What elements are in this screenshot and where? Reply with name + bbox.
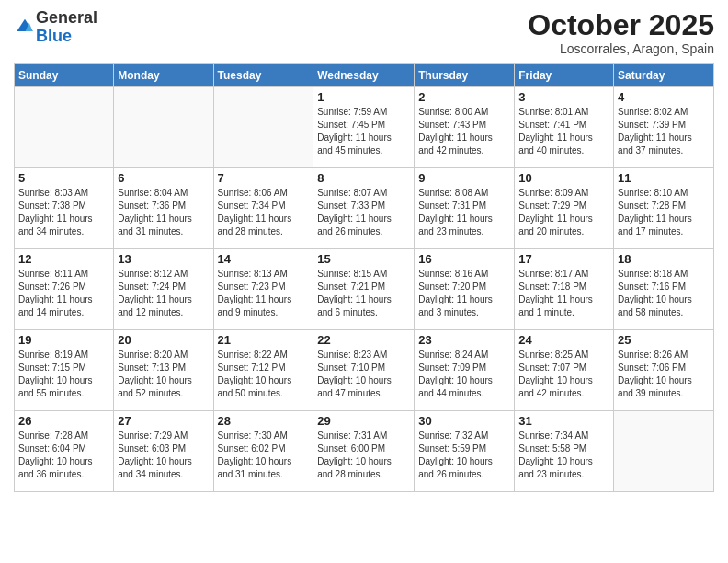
day-number: 28: [218, 414, 310, 428]
day-info: Sunrise: 8:22 AM Sunset: 7:12 PM Dayligh…: [218, 349, 310, 400]
header-monday: Monday: [114, 64, 213, 87]
table-row: 16Sunrise: 8:16 AM Sunset: 7:20 PM Dayli…: [415, 249, 515, 330]
weekday-header-row: Sunday Monday Tuesday Wednesday Thursday…: [15, 64, 714, 87]
table-row: 31Sunrise: 7:34 AM Sunset: 5:58 PM Dayli…: [515, 411, 614, 492]
calendar-week-row: 26Sunrise: 7:28 AM Sunset: 6:04 PM Dayli…: [15, 411, 714, 492]
day-info: Sunrise: 8:24 AM Sunset: 7:09 PM Dayligh…: [418, 349, 510, 400]
day-number: 3: [518, 90, 609, 104]
table-row: 21Sunrise: 8:22 AM Sunset: 7:12 PM Dayli…: [213, 330, 313, 411]
header: General Blue October 2025 Loscorrales, A…: [14, 9, 714, 56]
table-row: 8Sunrise: 8:07 AM Sunset: 7:33 PM Daylig…: [313, 168, 415, 249]
day-info: Sunrise: 8:19 AM Sunset: 7:15 PM Dayligh…: [18, 349, 109, 400]
day-number: 7: [218, 171, 310, 185]
day-number: 27: [118, 414, 209, 428]
table-row: [15, 87, 114, 168]
day-info: Sunrise: 8:03 AM Sunset: 7:38 PM Dayligh…: [18, 187, 109, 238]
table-row: [614, 411, 714, 492]
logo-general-text: General: [36, 8, 97, 27]
table-row: 15Sunrise: 8:15 AM Sunset: 7:21 PM Dayli…: [313, 249, 415, 330]
day-number: 21: [218, 333, 310, 347]
table-row: 19Sunrise: 8:19 AM Sunset: 7:15 PM Dayli…: [15, 330, 114, 411]
day-info: Sunrise: 8:15 AM Sunset: 7:21 PM Dayligh…: [317, 268, 410, 319]
day-info: Sunrise: 7:31 AM Sunset: 6:00 PM Dayligh…: [317, 430, 410, 481]
day-info: Sunrise: 8:06 AM Sunset: 7:34 PM Dayligh…: [218, 187, 310, 238]
table-row: [213, 87, 313, 168]
table-row: 11Sunrise: 8:10 AM Sunset: 7:28 PM Dayli…: [614, 168, 714, 249]
header-saturday: Saturday: [614, 64, 714, 87]
day-number: 23: [418, 333, 510, 347]
day-number: 10: [518, 171, 609, 185]
day-number: 17: [518, 252, 609, 266]
day-info: Sunrise: 8:00 AM Sunset: 7:43 PM Dayligh…: [418, 106, 510, 157]
day-info: Sunrise: 8:20 AM Sunset: 7:13 PM Dayligh…: [118, 349, 209, 400]
day-number: 12: [18, 252, 109, 266]
day-info: Sunrise: 8:18 AM Sunset: 7:16 PM Dayligh…: [618, 268, 710, 319]
table-row: 23Sunrise: 8:24 AM Sunset: 7:09 PM Dayli…: [415, 330, 515, 411]
day-info: Sunrise: 8:16 AM Sunset: 7:20 PM Dayligh…: [418, 268, 510, 319]
day-info: Sunrise: 8:08 AM Sunset: 7:31 PM Dayligh…: [418, 187, 510, 238]
day-number: 15: [317, 252, 410, 266]
day-info: Sunrise: 7:29 AM Sunset: 6:03 PM Dayligh…: [118, 430, 209, 481]
table-row: 12Sunrise: 8:11 AM Sunset: 7:26 PM Dayli…: [15, 249, 114, 330]
day-info: Sunrise: 8:11 AM Sunset: 7:26 PM Dayligh…: [18, 268, 109, 319]
table-row: 22Sunrise: 8:23 AM Sunset: 7:10 PM Dayli…: [313, 330, 415, 411]
day-number: 8: [317, 171, 410, 185]
table-row: 1Sunrise: 7:59 AM Sunset: 7:45 PM Daylig…: [313, 87, 415, 168]
location: Loscorrales, Aragon, Spain: [528, 41, 714, 56]
day-number: 1: [317, 90, 410, 104]
table-row: 14Sunrise: 8:13 AM Sunset: 7:23 PM Dayli…: [213, 249, 313, 330]
day-number: 31: [518, 414, 609, 428]
table-row: 7Sunrise: 8:06 AM Sunset: 7:34 PM Daylig…: [213, 168, 313, 249]
table-row: 5Sunrise: 8:03 AM Sunset: 7:38 PM Daylig…: [15, 168, 114, 249]
calendar-table: Sunday Monday Tuesday Wednesday Thursday…: [14, 63, 714, 492]
header-thursday: Thursday: [415, 64, 515, 87]
table-row: 26Sunrise: 7:28 AM Sunset: 6:04 PM Dayli…: [15, 411, 114, 492]
table-row: 6Sunrise: 8:04 AM Sunset: 7:36 PM Daylig…: [114, 168, 213, 249]
day-info: Sunrise: 7:32 AM Sunset: 5:59 PM Dayligh…: [418, 430, 510, 481]
day-number: 29: [317, 414, 410, 428]
table-row: 30Sunrise: 7:32 AM Sunset: 5:59 PM Dayli…: [415, 411, 515, 492]
page: General Blue October 2025 Loscorrales, A…: [0, 0, 728, 563]
month-title: October 2025: [528, 9, 714, 41]
day-number: 25: [618, 333, 710, 347]
day-info: Sunrise: 8:10 AM Sunset: 7:28 PM Dayligh…: [618, 187, 710, 238]
calendar-week-row: 5Sunrise: 8:03 AM Sunset: 7:38 PM Daylig…: [15, 168, 714, 249]
table-row: 25Sunrise: 8:26 AM Sunset: 7:06 PM Dayli…: [614, 330, 714, 411]
day-info: Sunrise: 8:09 AM Sunset: 7:29 PM Dayligh…: [518, 187, 609, 238]
day-info: Sunrise: 8:26 AM Sunset: 7:06 PM Dayligh…: [618, 349, 710, 400]
table-row: 28Sunrise: 7:30 AM Sunset: 6:02 PM Dayli…: [213, 411, 313, 492]
day-number: 5: [18, 171, 109, 185]
table-row: 2Sunrise: 8:00 AM Sunset: 7:43 PM Daylig…: [415, 87, 515, 168]
day-number: 22: [317, 333, 410, 347]
day-info: Sunrise: 8:07 AM Sunset: 7:33 PM Dayligh…: [317, 187, 410, 238]
day-number: 19: [18, 333, 109, 347]
day-info: Sunrise: 7:28 AM Sunset: 6:04 PM Dayligh…: [18, 430, 109, 481]
table-row: 24Sunrise: 8:25 AM Sunset: 7:07 PM Dayli…: [515, 330, 614, 411]
day-number: 6: [118, 171, 209, 185]
day-info: Sunrise: 8:02 AM Sunset: 7:39 PM Dayligh…: [618, 106, 710, 157]
day-number: 14: [218, 252, 310, 266]
day-number: 24: [518, 333, 609, 347]
header-wednesday: Wednesday: [313, 64, 415, 87]
day-info: Sunrise: 7:34 AM Sunset: 5:58 PM Dayligh…: [518, 430, 609, 481]
logo: General Blue: [14, 9, 97, 46]
table-row: [114, 87, 213, 168]
day-number: 20: [118, 333, 209, 347]
table-row: 4Sunrise: 8:02 AM Sunset: 7:39 PM Daylig…: [614, 87, 714, 168]
day-number: 13: [118, 252, 209, 266]
table-row: 27Sunrise: 7:29 AM Sunset: 6:03 PM Dayli…: [114, 411, 213, 492]
day-info: Sunrise: 7:59 AM Sunset: 7:45 PM Dayligh…: [317, 106, 410, 157]
logo-blue-text: Blue: [36, 27, 72, 45]
day-info: Sunrise: 8:04 AM Sunset: 7:36 PM Dayligh…: [118, 187, 209, 238]
day-number: 4: [618, 90, 710, 104]
day-number: 16: [418, 252, 510, 266]
table-row: 17Sunrise: 8:17 AM Sunset: 7:18 PM Dayli…: [515, 249, 614, 330]
day-info: Sunrise: 8:25 AM Sunset: 7:07 PM Dayligh…: [518, 349, 609, 400]
table-row: 13Sunrise: 8:12 AM Sunset: 7:24 PM Dayli…: [114, 249, 213, 330]
header-tuesday: Tuesday: [213, 64, 313, 87]
calendar-week-row: 19Sunrise: 8:19 AM Sunset: 7:15 PM Dayli…: [15, 330, 714, 411]
logo-icon: [16, 17, 34, 35]
day-info: Sunrise: 8:13 AM Sunset: 7:23 PM Dayligh…: [218, 268, 310, 319]
table-row: 29Sunrise: 7:31 AM Sunset: 6:00 PM Dayli…: [313, 411, 415, 492]
day-info: Sunrise: 8:23 AM Sunset: 7:10 PM Dayligh…: [317, 349, 410, 400]
